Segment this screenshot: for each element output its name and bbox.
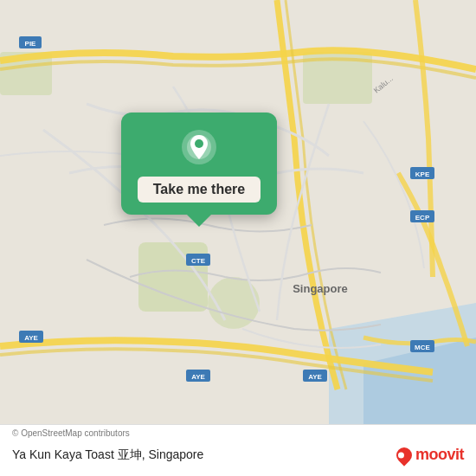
- map-container: PIE CTE CTE KPE ECP AYE AYE AYE MCE Sing…: [0, 0, 476, 424]
- svg-text:AYE: AYE: [24, 334, 38, 342]
- svg-text:AYE: AYE: [191, 373, 205, 381]
- take-me-there-button[interactable]: Take me there: [138, 177, 261, 203]
- svg-text:AYE: AYE: [308, 373, 322, 381]
- svg-text:MCE: MCE: [415, 344, 430, 351]
- svg-point-29: [195, 139, 203, 148]
- location-pin-icon: [180, 128, 218, 166]
- svg-text:CTE: CTE: [191, 257, 206, 265]
- svg-text:ECP: ECP: [415, 214, 430, 222]
- moovit-text: moovit: [415, 446, 464, 464]
- svg-rect-3: [138, 242, 208, 312]
- svg-text:PIE: PIE: [25, 40, 37, 48]
- bottom-bar: © OpenStreetMap contributors Ya Kun Kaya…: [0, 424, 476, 476]
- attribution-text: © OpenStreetMap contributors: [12, 428, 130, 438]
- svg-text:Singapore: Singapore: [293, 282, 348, 295]
- svg-text:KPE: KPE: [415, 170, 430, 178]
- moovit-logo: moovit: [396, 446, 464, 464]
- place-name: Ya Kun Kaya Toast 亚坤, Singapore: [12, 447, 203, 463]
- popup-card[interactable]: Take me there: [121, 113, 277, 215]
- moovit-dot-icon: [393, 444, 415, 466]
